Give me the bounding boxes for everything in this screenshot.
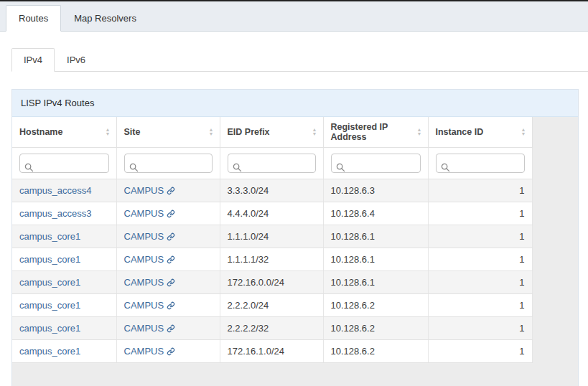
sort-icon[interactable]: ▲▼ <box>209 128 214 136</box>
hostname-link[interactable]: campus_access4 <box>19 185 91 196</box>
site-link[interactable]: CAMPUS <box>124 346 176 357</box>
site-cell: CAMPUS <box>116 248 220 271</box>
table-row: campus_core1CAMPUS1.1.1.1/3210.128.6.11 <box>12 248 532 271</box>
tab-ipv6[interactable]: IPv6 <box>55 48 98 72</box>
filter-input-eid-prefix[interactable] <box>228 154 316 173</box>
site-link[interactable]: CAMPUS <box>124 300 176 311</box>
site-cell: CAMPUS <box>116 202 220 225</box>
main-tab-bar: Routes Map Resolvers <box>0 1 588 32</box>
hostname-link[interactable]: campus_core1 <box>19 323 80 334</box>
eid-prefix-cell: 3.3.3.0/24 <box>220 179 323 202</box>
filter-cell-site <box>116 148 220 179</box>
site-cell: CAMPUS <box>116 271 220 294</box>
site-label: CAMPUS <box>124 254 164 265</box>
instance-id-cell: 1 <box>428 271 532 294</box>
panel-title: LISP IPv4 Routes <box>12 90 578 117</box>
page: Routes Map Resolvers IPv4 IPv6 LISP IPv4… <box>0 0 588 386</box>
hostname-cell: campus_core1 <box>12 225 116 248</box>
table-row: campus_core1CAMPUS2.2.2.2/3210.128.6.21 <box>12 317 532 340</box>
eid-prefix-cell: 2.2.2.2/32 <box>220 317 323 340</box>
column-header-registered-ip-address[interactable]: Registered IP Address▲▼ <box>323 117 428 148</box>
site-label: CAMPUS <box>124 300 164 311</box>
site-link-icon <box>167 255 175 264</box>
site-cell: CAMPUS <box>116 294 220 317</box>
instance-id-cell: 1 <box>428 294 532 317</box>
site-link[interactable]: CAMPUS <box>124 277 176 288</box>
instance-id-cell: 1 <box>428 248 532 271</box>
site-label: CAMPUS <box>124 277 164 288</box>
hostname-cell: campus_core1 <box>12 248 116 271</box>
site-link-icon <box>167 278 175 287</box>
site-link-icon <box>167 301 175 310</box>
hostname-link[interactable]: campus_core1 <box>19 300 80 311</box>
panel-body: Hostname▲▼Site▲▼EID Prefix▲▼Registered I… <box>12 117 578 386</box>
site-cell: CAMPUS <box>116 179 220 202</box>
hostname-link[interactable]: campus_core1 <box>19 231 80 242</box>
hostname-link[interactable]: campus_core1 <box>19 277 80 288</box>
column-label: EID Prefix <box>228 127 270 137</box>
table-row: campus_core1CAMPUS2.2.2.0/2410.128.6.21 <box>12 294 532 317</box>
sort-icon[interactable]: ▲▼ <box>521 128 526 136</box>
site-link[interactable]: CAMPUS <box>124 231 176 242</box>
table-filter-row <box>12 148 532 179</box>
hostname-link[interactable]: campus_core1 <box>19 254 80 265</box>
site-label: CAMPUS <box>124 346 164 357</box>
site-link-icon <box>167 347 175 356</box>
site-link-icon <box>167 324 175 333</box>
table-row: campus_access3CAMPUS4.4.4.0/2410.128.6.4… <box>12 202 532 225</box>
site-cell: CAMPUS <box>116 317 220 340</box>
column-header-hostname[interactable]: Hostname▲▼ <box>12 117 116 148</box>
site-link[interactable]: CAMPUS <box>124 185 176 196</box>
filter-cell-instance-id <box>428 148 532 179</box>
registered-ip-cell: 10.128.6.2 <box>323 294 428 317</box>
sort-icon[interactable]: ▲▼ <box>417 128 422 136</box>
hostname-cell: campus_core1 <box>12 340 116 363</box>
tab-routes[interactable]: Routes <box>6 5 61 32</box>
tab-ipv4[interactable]: IPv4 <box>11 48 55 72</box>
table-row: campus_core1CAMPUS172.16.0.0/2410.128.6.… <box>12 271 532 294</box>
site-link-icon <box>167 210 175 218</box>
tab-map-resolvers[interactable]: Map Resolvers <box>61 5 149 32</box>
registered-ip-cell: 10.128.6.3 <box>323 179 428 202</box>
site-link[interactable]: CAMPUS <box>124 208 176 219</box>
site-label: CAMPUS <box>124 231 164 242</box>
table-body: campus_access4CAMPUS3.3.3.0/2410.128.6.3… <box>12 179 532 363</box>
hostname-link[interactable]: campus_access3 <box>19 208 91 219</box>
filter-input-registered-ip-address[interactable] <box>331 154 421 173</box>
eid-prefix-cell: 1.1.1.1/32 <box>220 248 323 271</box>
routes-table: Hostname▲▼Site▲▼EID Prefix▲▼Registered I… <box>12 117 533 363</box>
site-label: CAMPUS <box>124 185 164 196</box>
hostname-cell: campus_access4 <box>12 179 116 202</box>
site-link[interactable]: CAMPUS <box>124 254 176 265</box>
table-row: campus_core1CAMPUS1.1.1.0/2410.128.6.11 <box>12 225 532 248</box>
site-label: CAMPUS <box>124 323 164 334</box>
sort-icon[interactable]: ▲▼ <box>312 128 317 136</box>
instance-id-cell: 1 <box>428 179 532 202</box>
filter-input-site[interactable] <box>124 154 213 173</box>
table-header-row: Hostname▲▼Site▲▼EID Prefix▲▼Registered I… <box>12 117 532 148</box>
filter-cell-eid-prefix <box>220 148 323 179</box>
filter-input-hostname[interactable] <box>19 154 109 173</box>
sort-icon[interactable]: ▲▼ <box>106 128 111 136</box>
eid-prefix-cell: 1.1.1.0/24 <box>220 225 323 248</box>
site-link-icon <box>167 232 175 241</box>
column-header-eid-prefix[interactable]: EID Prefix▲▼ <box>220 117 323 148</box>
column-header-instance-id[interactable]: Instance ID▲▼ <box>428 117 532 148</box>
hostname-cell: campus_core1 <box>12 317 116 340</box>
instance-id-cell: 1 <box>428 225 532 248</box>
registered-ip-cell: 10.128.6.2 <box>323 340 428 363</box>
registered-ip-cell: 10.128.6.1 <box>323 225 428 248</box>
eid-prefix-cell: 172.16.0.0/24 <box>220 271 323 294</box>
hostname-link[interactable]: campus_core1 <box>19 346 80 357</box>
site-cell: CAMPUS <box>116 340 220 363</box>
registered-ip-cell: 10.128.6.4 <box>323 202 428 225</box>
column-label: Registered IP Address <box>331 122 413 142</box>
column-header-site[interactable]: Site▲▼ <box>116 117 220 148</box>
hostname-cell: campus_access3 <box>12 202 116 225</box>
column-label: Hostname <box>19 127 62 137</box>
filter-input-instance-id[interactable] <box>436 154 525 173</box>
site-link[interactable]: CAMPUS <box>124 323 176 334</box>
registered-ip-cell: 10.128.6.1 <box>323 248 428 271</box>
table-row: campus_access4CAMPUS3.3.3.0/2410.128.6.3… <box>12 179 532 202</box>
hostname-cell: campus_core1 <box>12 294 116 317</box>
